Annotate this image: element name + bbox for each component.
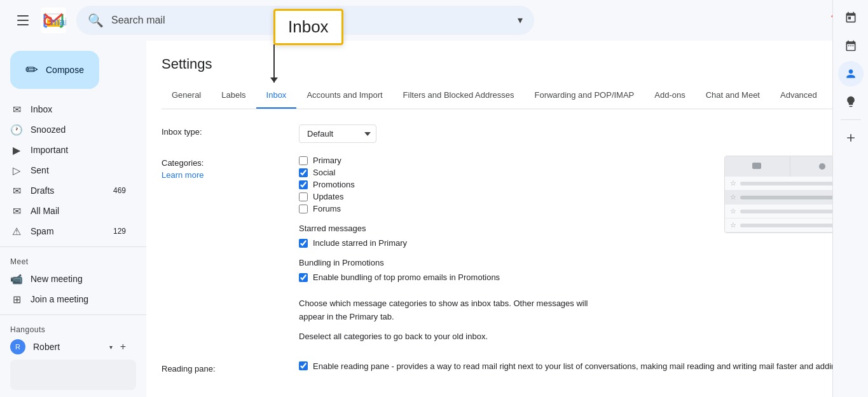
menu-button[interactable] (10, 8, 36, 33)
deselect-note: Deselect all categories to go back to yo… (299, 332, 604, 341)
inbox-type-label: Inbox type: (162, 124, 289, 137)
tab-addons[interactable]: Add-ons (644, 83, 695, 109)
category-promotions-label[interactable]: Promotions (313, 180, 355, 189)
tab-advanced[interactable]: Advanced (770, 83, 827, 109)
drafts-count: 469 (113, 186, 126, 195)
join-meeting-icon: ⊞ (10, 293, 23, 306)
tab-chat[interactable]: Chat and Meet (696, 83, 770, 109)
sidebar-item-snoozed[interactable]: 🕐 Snoozed (0, 119, 136, 140)
right-panel-add-icon[interactable] (838, 125, 864, 151)
sidebar-item-spam[interactable]: ⚠ Spam 129 (0, 221, 136, 241)
main-content: Settings General Labels Inbox Accounts a… (146, 41, 868, 397)
sidebar: ✏ Compose ✉ Inbox 🕐 Snoozed ▶ Important … (0, 41, 146, 397)
bundling-label[interactable]: Enable bundling of top promo emails in P… (313, 273, 500, 282)
reading-pane-full-label[interactable]: Enable reading pane - provides a way to … (313, 361, 868, 371)
preview-star-4: ☆ (730, 221, 736, 229)
category-primary-checkbox[interactable] (299, 156, 308, 165)
notes-text: Choose which message categories to show … (299, 297, 604, 341)
svg-text:mail: mail (51, 17, 66, 27)
categories-note: Choose which message categories to show … (299, 297, 604, 324)
starred-checkbox-row: Include starred in Primary (299, 238, 714, 248)
inbox-type-select[interactable]: Default Important first Unread first Sta… (299, 124, 376, 143)
hangouts-chat-item-1 (10, 360, 136, 390)
categories-row: Categories: Learn more Primary Social (162, 156, 868, 285)
sidebar-item-hangouts-user[interactable]: R Robert ▾ + (0, 337, 136, 357)
categories-label-text: Categories: (162, 158, 203, 168)
content-area: ✏ Compose ✉ Inbox 🕐 Snoozed ▶ Important … (0, 41, 868, 397)
category-primary-row: Primary (299, 156, 714, 165)
learn-more-link[interactable]: Learn more (162, 170, 289, 180)
tab-accounts[interactable]: Accounts and Import (296, 83, 392, 109)
hangouts-avatar: R (10, 339, 25, 354)
category-promotions-checkbox[interactable] (299, 180, 308, 189)
sidebar-item-inbox[interactable]: ✉ Inbox (0, 99, 136, 119)
categories-label: Categories: Learn more (162, 156, 289, 180)
category-forums-checkbox[interactable] (299, 205, 308, 213)
settings-title: Settings (162, 41, 868, 83)
category-forums-row: Forums (299, 204, 714, 213)
category-updates-checkbox[interactable] (299, 192, 308, 201)
category-primary-label[interactable]: Primary (313, 156, 341, 165)
sidebar-item-new-meeting[interactable]: 📹 New meeting (0, 269, 136, 289)
svg-point-13 (819, 163, 825, 170)
right-panel-calendar-icon[interactable] (838, 5, 864, 30)
bundling-section: Bundling in Promotions Enable bundling o… (299, 258, 714, 282)
meet-section-heading: Meet (0, 252, 146, 269)
reading-pane-row: Reading pane: Enable reading pane - prov… (162, 361, 868, 373)
category-forums-label[interactable]: Forums (313, 204, 341, 213)
sidebar-item-join-meeting[interactable]: ⊞ Join a meeting (0, 289, 136, 309)
hangouts-user-label: Robert (33, 342, 102, 352)
category-social-label[interactable]: Social (313, 168, 335, 177)
category-updates-row: Updates (299, 192, 714, 201)
search-chevron-icon[interactable]: ▾ (518, 14, 523, 26)
tab-inbox[interactable]: Inbox (256, 83, 297, 109)
sidebar-drafts-label: Drafts (31, 185, 106, 196)
tab-filters[interactable]: Filters and Blocked Addresses (393, 83, 525, 109)
tab-general[interactable]: General (162, 83, 211, 109)
spam-icon: ⚠ (10, 225, 23, 238)
sidebar-item-sent[interactable]: ▷ Sent (0, 160, 136, 180)
bundling-heading: Bundling in Promotions (299, 258, 714, 267)
inbox-icon: ✉ (10, 104, 23, 116)
gmail-m-icon: G mail (41, 8, 66, 33)
tab-forwarding[interactable]: Forwarding and POP/IMAP (524, 83, 644, 109)
important-icon: ▶ (10, 144, 23, 156)
reading-pane-desc: - provides a way to read mail right next… (389, 361, 868, 371)
inbox-type-row: Inbox type: Default Important first Unre… (162, 124, 868, 143)
preview-tab-1 (725, 156, 790, 177)
reading-pane-label: Reading pane: (162, 361, 289, 373)
new-meeting-icon: 📹 (10, 273, 23, 285)
starred-label[interactable]: Include starred in Primary (313, 238, 407, 248)
sidebar-spam-label: Spam (31, 226, 106, 236)
category-social-row: Social (299, 168, 714, 177)
starred-heading: Starred messages (299, 224, 714, 233)
sidebar-item-drafts[interactable]: ✉ Drafts 469 (0, 180, 136, 201)
reading-pane-checkbox[interactable] (299, 361, 308, 370)
right-panel-tasks-icon[interactable] (838, 33, 864, 58)
hangouts-add-icon[interactable]: + (120, 341, 126, 353)
settings-body: Inbox type: Default Important first Unre… (162, 109, 868, 397)
compose-button[interactable]: ✏ Compose (10, 51, 99, 89)
category-social-checkbox[interactable] (299, 168, 308, 177)
sidebar-item-important[interactable]: ▶ Important (0, 140, 136, 160)
gmail-logo[interactable]: G mail (41, 8, 66, 33)
settings-tabs: General Labels Inbox Accounts and Import… (162, 83, 868, 109)
tab-labels[interactable]: Labels (211, 83, 256, 109)
starred-checkbox[interactable] (299, 239, 308, 248)
right-panel-contacts-icon[interactable] (838, 61, 864, 86)
sidebar-inbox-label: Inbox (31, 104, 126, 114)
right-panel-keep-icon[interactable] (838, 89, 864, 114)
tooltip-arrow (273, 44, 275, 83)
sidebar-snoozed-label: Snoozed (31, 124, 126, 135)
all-mail-icon: ✉ (10, 205, 23, 217)
sidebar-item-all-mail[interactable]: ✉ All Mail (0, 201, 136, 221)
bundling-checkbox[interactable] (299, 273, 308, 282)
inbox-tooltip: Inbox (273, 9, 343, 45)
snoozed-icon: 🕐 (10, 124, 23, 136)
preview-tab-icon-2 (818, 163, 828, 170)
category-updates-label[interactable]: Updates (313, 192, 343, 201)
sidebar-all-mail-label: All Mail (31, 206, 126, 216)
categories-value: Primary Social Promotions Updates (299, 156, 714, 285)
compose-plus-icon: ✏ (25, 61, 38, 79)
sidebar-join-meeting-label: Join a meeting (31, 294, 126, 304)
